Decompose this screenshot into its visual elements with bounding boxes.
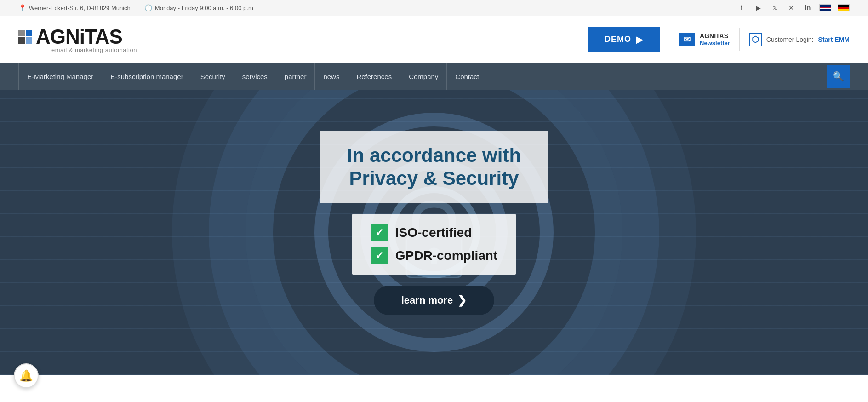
external-link-icon: ⬡ [749,33,762,46]
linkedin-icon[interactable]: in [803,3,813,13]
check-icon-1: ✓ [371,224,388,241]
logo-icon [18,30,32,44]
top-bar-right: f ▶ 𝕏 ✕ in [737,3,850,13]
hero-content: In accordance with Privacy & Security ✓ … [320,131,548,316]
nav-item-security[interactable]: Security [192,63,234,90]
logo[interactable]: AGNiTAS email & marketing automation [18,25,137,53]
nav-item-services[interactable]: services [234,63,276,90]
hero-section: In accordance with Privacy & Security ✓ … [0,90,868,375]
check-icon-2: ✓ [371,247,388,264]
hours-info: 🕒 Monday - Friday 9:00 a.m. - 6:00 p.m [144,4,253,11]
check-row-1: ✓ ISO-certified [371,224,497,241]
nav-item-contact[interactable]: Contact [447,63,487,90]
youtube-icon[interactable]: ▶ [753,3,763,13]
nav-item-partner[interactable]: partner [276,63,315,90]
logo-tagline: email & marketing automation [51,46,137,53]
flag-de[interactable] [838,4,850,11]
x-icon[interactable]: ✕ [786,3,796,13]
header: AGNiTAS email & marketing automation DEM… [0,16,868,63]
header-divider-1 [669,28,669,51]
newsletter-text: AGNITAS Newsletter [700,32,730,46]
address-info: 📍 Werner-Eckert-Str. 6, D-81829 Munich [18,4,131,11]
hero-checklist: ✓ ISO-certified ✓ GPDR-compliant [352,214,516,275]
facebook-icon[interactable]: f [737,3,747,13]
start-emm-link[interactable]: Start EMM [818,36,850,43]
clock-icon: 🕒 [144,4,152,11]
newsletter-link[interactable]: AGNITAS Newsletter [679,32,730,46]
top-bar-left: 📍 Werner-Eckert-Str. 6, D-81829 Munich 🕒… [18,4,253,11]
nav-item-news[interactable]: news [315,63,348,90]
bell-icon: 🔔 [19,369,33,375]
nav-items: E-Marketing Manager E-subscription manag… [18,63,827,90]
nav-item-company[interactable]: Company [400,63,447,90]
demo-arrow-icon: ▶ [636,34,643,45]
top-bar: 📍 Werner-Eckert-Str. 6, D-81829 Munich 🕒… [0,0,868,16]
nav-item-esubscription[interactable]: E-subscription manager [102,63,192,90]
main-nav: E-Marketing Manager E-subscription manag… [0,63,868,90]
hero-title-box: In accordance with Privacy & Security [320,131,548,203]
nav-item-emarketing[interactable]: E-Marketing Manager [18,63,102,90]
demo-button[interactable]: DEMO ▶ [588,27,660,52]
hero-title: In accordance with Privacy & Security [347,144,521,190]
customer-login: ⬡ Customer Login: Start EMM [749,33,850,46]
flag-uk[interactable] [819,4,831,11]
header-right: DEMO ▶ AGNITAS Newsletter ⬡ Customer Log… [588,27,850,52]
mail-icon [679,33,695,46]
location-icon: 📍 [18,4,26,11]
nav-item-references[interactable]: References [348,63,400,90]
learn-more-arrow-icon: ❯ [457,294,467,307]
learn-more-button[interactable]: learn more ❯ [374,286,495,315]
twitter-icon[interactable]: 𝕏 [770,3,780,13]
check-row-2: ✓ GPDR-compliant [371,247,497,264]
header-divider-2 [739,28,740,51]
search-icon: 🔍 [833,71,844,82]
search-button[interactable]: 🔍 [827,65,850,88]
logo-brand: AGNiTAS [36,25,122,48]
